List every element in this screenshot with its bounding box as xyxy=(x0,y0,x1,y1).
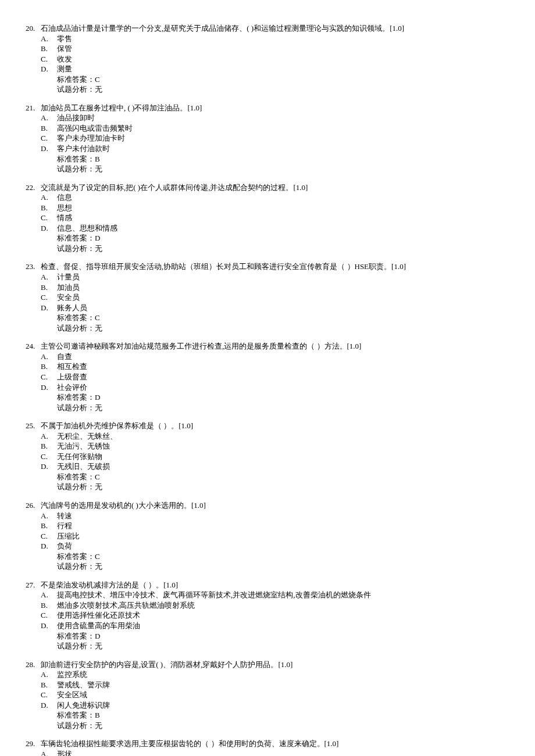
question-header: 21.加油站员工在服务过程中, ( )不得加注油品。[1.0] xyxy=(26,103,509,113)
option-letter: A. xyxy=(41,113,57,123)
option-letter: D. xyxy=(41,461,57,472)
question: 21.加油站员工在服务过程中, ( )不得加注油品。[1.0]A.油品接卸时B.… xyxy=(26,103,509,174)
option-text: 思想 xyxy=(57,203,72,213)
analysis-prefix: 试题分析： xyxy=(57,324,95,332)
question-number: 24. xyxy=(26,341,41,352)
analysis: 试题分析：无 xyxy=(57,561,509,572)
question-number: 27. xyxy=(26,580,41,590)
option-row: C.情感 xyxy=(41,213,509,223)
question-stem: 车辆齿轮油根据性能要求选用,主要应根据齿轮的（ ）和使用时的负荷、速度来确定。[… xyxy=(41,739,509,749)
option-text: 无任何张贴物 xyxy=(57,452,102,462)
question-number: 21. xyxy=(26,103,41,113)
option-text: 客户未付油款时 xyxy=(57,144,110,154)
analysis-prefix: 试题分析： xyxy=(57,85,95,94)
option-row: B.行程 xyxy=(41,521,509,531)
option-letter: D. xyxy=(41,621,57,631)
analysis-prefix: 试题分析： xyxy=(57,562,95,571)
option-row: C.客户未办理加油卡时 xyxy=(41,133,509,144)
answer-prefix: 标准答案： xyxy=(57,75,95,84)
standard-answer: 标准答案：C xyxy=(57,313,509,323)
option-letter: D. xyxy=(41,700,57,711)
option-row: C.压缩比 xyxy=(41,531,509,542)
option-text: 加油员 xyxy=(57,282,80,293)
options: A.监控系统B.警戒线、警示牌C.安全区域D.闲人免进标识牌 xyxy=(41,669,509,710)
question: 29.车辆齿轮油根据性能要求选用,主要应根据齿轮的（ ）和使用时的负荷、速度来确… xyxy=(26,739,509,756)
option-text: 警戒线、警示牌 xyxy=(57,680,110,690)
options: A.零售B.保管C.收发D.测量 xyxy=(41,34,509,74)
question-number: 20. xyxy=(26,23,41,34)
analysis-value: 无 xyxy=(95,244,102,253)
option-row: C.上级督查 xyxy=(41,372,509,382)
answer-value: C xyxy=(95,75,100,84)
option-row: B.燃油多次喷射技术,高压共轨燃油喷射系统 xyxy=(41,600,509,611)
standard-answer: 标准答案：D xyxy=(57,392,509,403)
option-letter: D. xyxy=(41,303,57,313)
answer-value: D xyxy=(95,632,100,640)
option-row: D.使用含硫量高的车用柴油 xyxy=(41,621,509,631)
answer-block: 标准答案：D试题分析：无 xyxy=(57,631,509,651)
option-text: 燃油多次喷射技术,高压共轨燃油喷射系统 xyxy=(57,600,195,611)
question: 22.交流就是为了设定的目标,把( )在个人或群体间传递,并达成配合契约的过程。… xyxy=(26,182,509,254)
question-header: 20.石油成品油计量是计量学的一个分支,是研究关于成品油储存、( )和运输过程测… xyxy=(26,23,509,34)
question-header: 26.汽油牌号的选用是发动机的( )大小来选用的。[1.0] xyxy=(26,500,509,511)
options: A.信息B.思想C.情感D.信息、思想和情感 xyxy=(41,192,509,233)
question-stem: 加油站员工在服务过程中, ( )不得加注油品。[1.0] xyxy=(41,103,509,113)
options: A.形状B.类型C.牌号 xyxy=(41,749,509,756)
options: A.转速B.行程C.压缩比D.负荷 xyxy=(41,511,509,551)
option-letter: C. xyxy=(41,452,57,462)
option-text: 安全区域 xyxy=(57,690,87,700)
option-row: D.信息、思想和情感 xyxy=(41,223,509,234)
options: A.计量员B.加油员C.安全员D.账务人员 xyxy=(41,272,509,313)
analysis-value: 无 xyxy=(95,85,102,94)
question-number: 22. xyxy=(26,182,41,193)
option-text: 零售 xyxy=(57,34,72,44)
answer-value: D xyxy=(95,234,100,242)
question-header: 23.检查、督促、指导班组开展安全活动,协助站（班组）长对员工和顾客进行安全宣传… xyxy=(26,261,509,272)
answer-prefix: 标准答案： xyxy=(57,552,95,561)
option-text: 使用含硫量高的车用柴油 xyxy=(57,621,140,631)
option-row: D.测量 xyxy=(41,64,509,74)
option-row: A.信息 xyxy=(41,192,509,203)
analysis: 试题分析：无 xyxy=(57,482,509,492)
option-row: B.保管 xyxy=(41,44,509,54)
answer-prefix: 标准答案： xyxy=(57,234,95,242)
answer-block: 标准答案：D试题分析：无 xyxy=(57,233,509,253)
option-letter: C. xyxy=(41,531,57,542)
standard-answer: 标准答案：C xyxy=(57,551,509,562)
options: A.自查B.相互检查C.上级督查D.社会评价 xyxy=(41,352,509,392)
option-text: 提高电控技术、增压中冷技术、废气再循环等新技术,并改进燃烧室结构,改善柴油机的燃… xyxy=(57,590,371,600)
standard-answer: 标准答案：B xyxy=(57,154,509,164)
standard-answer: 标准答案：C xyxy=(57,472,509,482)
option-letter: C. xyxy=(41,690,57,700)
analysis: 试题分析：无 xyxy=(57,721,509,731)
answer-block: 标准答案：C试题分析：无 xyxy=(57,313,509,333)
question-stem: 不属于加油机外壳维护保养标准是（ ）。[1.0] xyxy=(41,421,509,431)
option-text: 社会评价 xyxy=(57,382,87,393)
option-text: 客户未办理加油卡时 xyxy=(57,133,125,144)
answer-block: 标准答案：D试题分析：无 xyxy=(57,392,509,413)
question-stem: 交流就是为了设定的目标,把( )在个人或群体间传递,并达成配合契约的过程。[1.… xyxy=(41,182,509,193)
analysis-value: 无 xyxy=(95,164,102,173)
question-stem: 检查、督促、指导班组开展安全活动,协助站（班组）长对员工和顾客进行安全宣传教育是… xyxy=(41,261,509,272)
option-letter: C. xyxy=(41,292,57,303)
option-text: 监控系统 xyxy=(57,669,87,680)
option-row: D.负荷 xyxy=(41,541,509,551)
analysis-value: 无 xyxy=(95,403,102,412)
option-letter: C. xyxy=(41,610,57,621)
question-number: 25. xyxy=(26,421,41,431)
option-row: C.使用选择性催化还原技术 xyxy=(41,610,509,621)
option-letter: A. xyxy=(41,431,57,442)
standard-answer: 标准答案：C xyxy=(57,74,509,85)
analysis-value: 无 xyxy=(95,721,102,730)
option-text: 信息 xyxy=(57,192,72,203)
option-text: 保管 xyxy=(57,44,72,54)
option-letter: A. xyxy=(41,749,57,756)
question-stem: 石油成品油计量是计量学的一个分支,是研究关于成品油储存、( )和运输过程测量理论… xyxy=(41,23,509,34)
option-row: D.无残旧、无破损 xyxy=(41,461,509,472)
analysis-value: 无 xyxy=(95,324,102,332)
option-text: 上级督查 xyxy=(57,372,87,382)
answer-value: B xyxy=(95,711,100,719)
analysis: 试题分析：无 xyxy=(57,323,509,334)
answer-prefix: 标准答案： xyxy=(57,632,95,640)
question-header: 25.不属于加油机外壳维护保养标准是（ ）。[1.0] xyxy=(26,421,509,431)
